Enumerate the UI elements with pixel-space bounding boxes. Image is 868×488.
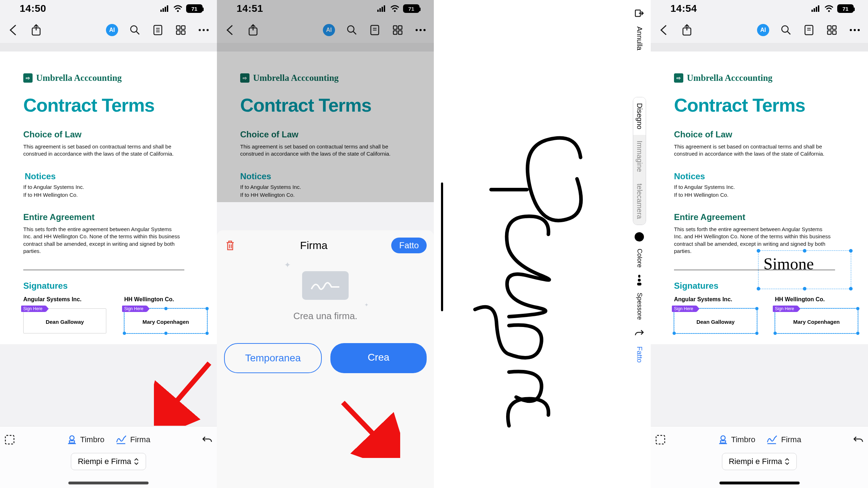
svg-point-49	[782, 26, 788, 32]
select-area-icon[interactable]	[4, 434, 16, 446]
signer-2: Mary Copenhagen	[125, 319, 207, 325]
mode-selector[interactable]: Riempi e Firma	[71, 453, 146, 470]
placed-signature[interactable]: Simone	[758, 250, 851, 289]
undo-icon[interactable]	[852, 434, 864, 446]
svg-rect-34	[398, 31, 402, 34]
bottom-toolbar: Timbro Firma Riempi e Firma	[651, 426, 868, 488]
search-icon[interactable]	[129, 24, 141, 36]
redo-icon[interactable]	[633, 327, 645, 339]
color-swatch[interactable]	[635, 232, 644, 241]
select-area-icon[interactable]	[654, 434, 666, 446]
ai-badge[interactable]: AI	[106, 24, 118, 36]
svg-point-47	[828, 10, 830, 12]
brand-icon	[23, 73, 33, 83]
tab-camera[interactable]: telecamera	[633, 178, 646, 225]
heading-choice: Choice of Law	[674, 130, 845, 140]
party-2: HH Wellington Co.	[124, 296, 207, 303]
temporary-button[interactable]: Temporanea	[224, 343, 322, 373]
search-icon[interactable]	[346, 24, 358, 36]
more-icon[interactable]	[414, 24, 427, 36]
para-choice: This agreement is set based on contractu…	[23, 143, 181, 158]
stamp-button[interactable]: Timbro	[67, 434, 105, 445]
outline-icon[interactable]	[152, 24, 164, 36]
ai-badge[interactable]: AI	[757, 24, 769, 36]
signature-sheet: Firma Fatto ✦ ✦ Crea una firma. Temporan…	[217, 230, 434, 488]
doc-title: Contract Terms	[23, 94, 194, 116]
top-toolbar: AI	[217, 17, 434, 43]
signature-row: Angular Systems Inc. Sign Here Dean Gall…	[23, 296, 194, 333]
undo-icon[interactable]	[201, 434, 213, 446]
status-bar: 14:51 71	[217, 0, 434, 17]
svg-rect-2	[165, 7, 166, 12]
back-icon[interactable]	[7, 24, 19, 36]
cell-icon	[377, 5, 387, 12]
outline-icon[interactable]	[369, 24, 381, 36]
tab-draw[interactable]: Disegno	[633, 97, 646, 135]
done-button[interactable]: Fatto	[391, 238, 427, 253]
cell-icon: !	[160, 5, 170, 12]
svg-rect-53	[828, 26, 831, 29]
grid-icon[interactable]	[175, 24, 187, 36]
handwriting-signature	[455, 93, 620, 451]
para-not2: If to HH Wellington Co.	[240, 191, 398, 199]
sign-button[interactable]: Firma	[766, 434, 801, 445]
ai-badge[interactable]: AI	[323, 24, 335, 36]
signature-field-2[interactable]: Mary Copenhagen	[124, 308, 207, 333]
chevron-updown-icon	[784, 458, 790, 465]
signature-text: Simone	[763, 255, 814, 273]
signature-field-1[interactable]: Dean Galloway	[23, 308, 106, 333]
svg-rect-26	[249, 28, 257, 35]
exit-icon[interactable]	[633, 7, 645, 19]
thickness-icon[interactable]	[635, 275, 644, 286]
svg-rect-42	[637, 283, 641, 286]
sign-icon	[766, 434, 778, 445]
document-page: Umbrella Acccounting Contract Terms Choi…	[217, 52, 434, 202]
doc-title: Contract Terms	[674, 94, 845, 116]
outline-icon[interactable]	[803, 24, 815, 36]
battery-icon: 71	[186, 4, 203, 13]
signature-placeholder: ✦ ✦ Crea una firma.	[224, 271, 427, 322]
share-icon[interactable]	[247, 24, 259, 36]
svg-rect-0	[160, 10, 162, 12]
heading-sigs: Signatures	[23, 281, 194, 291]
draw-canvas[interactable]	[434, 0, 651, 488]
thickness-label: Spessore	[636, 293, 643, 320]
done-label[interactable]: Fatto	[635, 346, 644, 363]
annotation-arrow	[154, 358, 215, 426]
brand-row: Umbrella Acccounting	[23, 73, 194, 83]
brand-name: Umbrella Acccounting	[36, 73, 122, 83]
mode-selector[interactable]: Riempi e Firma	[722, 453, 797, 470]
back-icon[interactable]	[658, 24, 670, 36]
share-icon[interactable]	[30, 24, 42, 36]
search-icon[interactable]	[780, 24, 792, 36]
undo-label[interactable]: Annulla	[635, 26, 644, 50]
create-button[interactable]: Crea	[330, 343, 427, 373]
svg-rect-45	[816, 7, 817, 12]
more-icon[interactable]	[198, 24, 210, 36]
para-not2: If to HH Wellington Co.	[674, 191, 831, 199]
grid-icon[interactable]	[826, 24, 838, 36]
stamp-button[interactable]: Timbro	[718, 434, 756, 445]
stamp-label: Timbro	[80, 435, 105, 444]
grid-icon[interactable]	[392, 24, 404, 36]
share-icon[interactable]	[681, 24, 693, 36]
more-icon[interactable]	[849, 24, 861, 36]
heading-entire: Entire Agreement	[674, 212, 845, 222]
svg-rect-1	[163, 8, 164, 12]
document-page: Umbrella Acccounting Contract Terms Choi…	[651, 52, 868, 344]
svg-point-57	[850, 29, 852, 31]
signature-field-1[interactable]: Dean Galloway	[674, 308, 757, 333]
svg-rect-44	[814, 8, 815, 12]
signature-field-2[interactable]: Mary Copenhagen	[775, 308, 858, 333]
back-icon[interactable]	[224, 24, 236, 36]
svg-point-18	[207, 29, 209, 31]
stamp-label: Timbro	[731, 435, 756, 444]
svg-point-37	[423, 29, 426, 31]
sign-here-tag: Sign Here	[773, 306, 797, 312]
svg-point-59	[858, 29, 860, 31]
tab-image[interactable]: Immagine	[633, 135, 646, 178]
trash-icon[interactable]	[224, 239, 236, 252]
sign-here-tag: Sign Here	[21, 306, 46, 312]
sign-button[interactable]: Firma	[115, 434, 150, 445]
brand-name: Umbrella Acccounting	[687, 73, 772, 83]
